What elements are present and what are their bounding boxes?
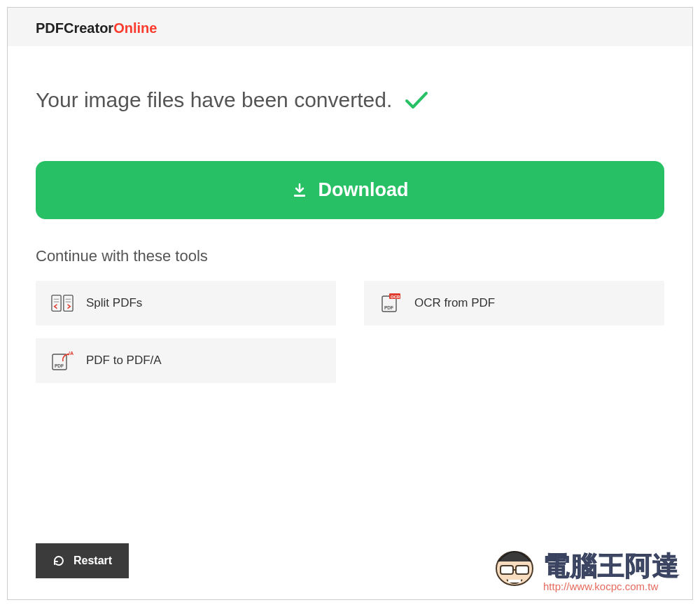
tool-split-pdfs[interactable]: Split PDFs (36, 281, 336, 326)
download-button[interactable]: Download (36, 161, 664, 219)
svg-rect-16 (516, 566, 528, 574)
watermark-url: http://www.kocpc.com.tw (543, 581, 680, 593)
tool-label: OCR from PDF (414, 296, 495, 310)
checkmark-icon (405, 90, 428, 110)
ocr-pdf-icon: PDF OCR (379, 293, 402, 313)
watermark-text: 電腦王阿達 (543, 552, 680, 581)
restart-label: Restart (74, 554, 112, 567)
svg-rect-1 (52, 295, 61, 312)
app-logo[interactable]: PDFCreatorOnline (36, 20, 664, 36)
svg-rect-0 (294, 195, 305, 197)
continue-title: Continue with these tools (36, 247, 664, 265)
svg-text:PDF: PDF (384, 305, 393, 310)
restart-icon (52, 554, 65, 567)
success-row: Your image files have been converted. (36, 88, 664, 112)
tool-ocr-from-pdf[interactable]: PDF OCR OCR from PDF (364, 281, 664, 326)
svg-text:PDF: PDF (55, 363, 64, 368)
tool-label: PDF to PDF/A (86, 354, 162, 368)
download-label: Download (318, 179, 409, 201)
split-pdf-icon (51, 293, 74, 313)
download-icon (292, 183, 307, 198)
svg-text:OCR: OCR (391, 295, 400, 299)
logo-part-1: PDFCreator (36, 20, 113, 36)
watermark-mascot-icon (490, 538, 539, 592)
svg-rect-15 (500, 566, 513, 574)
restart-button[interactable]: Restart (36, 543, 129, 578)
svg-text:/A: /A (69, 351, 74, 356)
pdfa-icon: PDF /A (51, 351, 74, 370)
tool-pdf-to-pdfa[interactable]: PDF /A PDF to PDF/A (36, 338, 336, 383)
svg-rect-2 (64, 295, 73, 312)
svg-rect-18 (508, 580, 521, 582)
tool-label: Split PDFs (86, 296, 142, 310)
watermark: 電腦王阿達 http://www.kocpc.com.tw (490, 538, 680, 592)
header-bar: PDFCreatorOnline (8, 8, 692, 46)
success-message: Your image files have been converted. (36, 88, 392, 112)
tools-grid: Split PDFs PDF OCR OCR from PDF (36, 281, 664, 383)
logo-part-2: Online (113, 20, 157, 36)
